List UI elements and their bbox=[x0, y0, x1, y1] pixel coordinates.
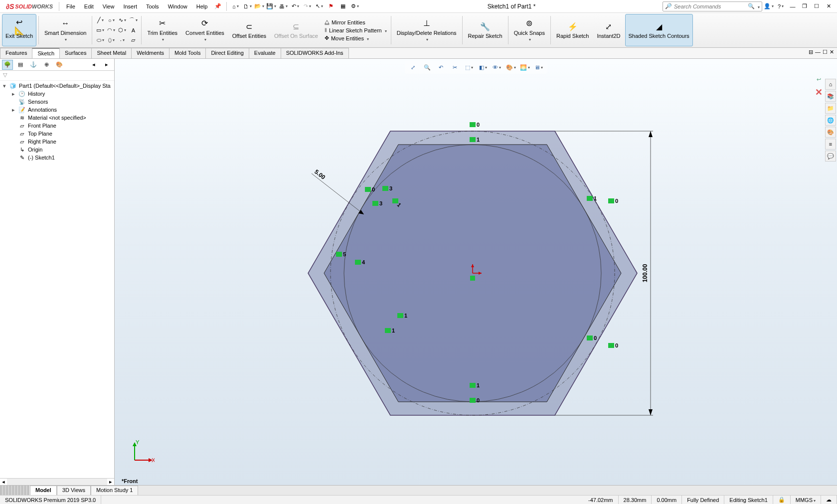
sketch-icon: ✎ bbox=[18, 154, 26, 161]
window-maximize-icon[interactable]: ☐ bbox=[811, 1, 822, 12]
window-restore-icon[interactable]: ❐ bbox=[799, 1, 810, 12]
status-cloud-icon[interactable]: ☁ bbox=[821, 496, 837, 504]
point-tool-icon[interactable]: · bbox=[117, 36, 127, 45]
help-icon[interactable]: ? bbox=[775, 1, 786, 12]
config-tab-icon[interactable]: ⚓ bbox=[28, 60, 39, 70]
svg-text:X: X bbox=[152, 457, 155, 463]
doc-close-icon[interactable]: ✕ bbox=[830, 49, 834, 57]
tree-annotations[interactable]: ▸📝Annotations bbox=[0, 106, 114, 114]
doc-collapse-icon[interactable]: ⊟ bbox=[809, 49, 813, 57]
convert-entities-button[interactable]: ⟳ Convert Entities bbox=[182, 14, 228, 46]
doc-minimize-icon[interactable]: — bbox=[815, 49, 821, 57]
window-minimize-icon[interactable]: — bbox=[787, 1, 798, 12]
tree-sketch1[interactable]: ✎(-) Sketch1 bbox=[0, 154, 114, 162]
feature-manager-panel: 🌳 ▤ ⚓ ⊕ 🎨 ◂ ▸ ▽ ▾🧊 Part1 (Default<<Defau… bbox=[0, 59, 115, 485]
tab-mold-tools[interactable]: Mold Tools bbox=[169, 48, 206, 58]
display-tab-icon[interactable]: 🎨 bbox=[54, 60, 65, 70]
feature-tree-tab-icon[interactable]: 🌳 bbox=[2, 60, 13, 70]
tree-root[interactable]: ▾🧊 Part1 (Default<<Default>_Display Sta bbox=[0, 82, 114, 90]
bottom-tab-motion[interactable]: Motion Study 1 bbox=[91, 486, 138, 495]
menu-window[interactable]: Window bbox=[164, 1, 191, 11]
rectangle-tool-icon[interactable]: ▭ bbox=[95, 26, 105, 35]
quick-snaps-button[interactable]: ⊚ Quick Snaps bbox=[510, 14, 548, 46]
menu-help[interactable]: Help bbox=[192, 1, 212, 11]
tree-sensors[interactable]: 📡Sensors bbox=[0, 98, 114, 106]
redo-icon[interactable]: ↷ bbox=[302, 1, 313, 12]
search-dropdown-icon[interactable] bbox=[757, 3, 760, 9]
slot-tool-icon[interactable]: ⬭ bbox=[95, 36, 105, 45]
status-units[interactable]: MMGS bbox=[791, 496, 821, 504]
menu-view[interactable]: View bbox=[99, 1, 119, 11]
user-icon[interactable]: 👤 bbox=[763, 1, 774, 12]
menu-tools[interactable]: Tools bbox=[142, 1, 163, 11]
tab-sheet-metal[interactable]: Sheet Metal bbox=[91, 48, 132, 58]
panel-left-icon[interactable]: ◂ bbox=[88, 60, 99, 70]
bottom-tab-3dviews[interactable]: 3D Views bbox=[57, 486, 91, 495]
arc-tool-icon[interactable]: ◠ bbox=[106, 26, 116, 35]
plane-tool-icon[interactable]: ▱ bbox=[128, 36, 138, 45]
hscroll-right-icon[interactable]: ▸ bbox=[107, 479, 114, 485]
bottom-tab-model[interactable]: Model bbox=[30, 486, 57, 495]
menu-file[interactable]: File bbox=[62, 1, 79, 11]
tab-sketch[interactable]: Sketch bbox=[32, 48, 60, 58]
ellipse-tool-icon[interactable]: ⬯ bbox=[106, 36, 116, 45]
tree-history[interactable]: ▸🕑History bbox=[0, 90, 114, 98]
spline-tool-icon[interactable]: ∿ bbox=[117, 16, 127, 25]
tree-right-plane[interactable]: ▱Right Plane bbox=[0, 138, 114, 146]
line-tool-icon[interactable]: ╱ bbox=[95, 16, 105, 25]
panel-right-icon[interactable]: ▸ bbox=[101, 60, 112, 70]
trim-entities-button[interactable]: ✂ Trim Entities bbox=[144, 14, 181, 46]
search-input[interactable] bbox=[674, 3, 746, 9]
options-icon[interactable]: ▦ bbox=[337, 1, 348, 12]
open-icon[interactable]: 📂 bbox=[254, 1, 265, 12]
tree-material[interactable]: ≋Material <not specified> bbox=[0, 114, 114, 122]
tree-origin[interactable]: ↳Origin bbox=[0, 146, 114, 154]
window-close-icon[interactable]: ✕ bbox=[823, 1, 834, 12]
tree-front-plane[interactable]: ▱Front Plane bbox=[0, 122, 114, 130]
hscroll-left-icon[interactable]: ◂ bbox=[0, 479, 7, 485]
rebuild-icon[interactable]: ⚑ bbox=[326, 1, 336, 12]
save-icon[interactable]: 💾 bbox=[266, 1, 277, 12]
polygon-tool-icon[interactable]: ⬡ bbox=[117, 26, 127, 35]
fillet-tool-icon[interactable]: ⌒ bbox=[128, 16, 138, 25]
exit-sketch-button[interactable]: ↩📐 Exit Sketch bbox=[2, 14, 36, 46]
menu-insert[interactable]: Insert bbox=[119, 1, 141, 11]
graphics-area[interactable]: ⤢ 🔍 ↶ ✂ ⬚ ◧ 👁 🎨 🌅 🖥 ↩ ✕ ⌂ 📚 📁 🌐 🎨 ≡ 💬 bbox=[115, 59, 837, 485]
move-entities-button[interactable]: ✥Move Entities bbox=[323, 34, 389, 42]
text-tool-icon[interactable]: A bbox=[128, 26, 138, 35]
tab-evaluate[interactable]: Evaluate bbox=[249, 48, 281, 58]
tab-addins[interactable]: SOLIDWORKS Add-Ins bbox=[281, 48, 349, 58]
undo-icon[interactable]: ↶ bbox=[290, 1, 301, 12]
property-tab-icon[interactable]: ▤ bbox=[15, 60, 26, 70]
filter-row[interactable]: ▽ bbox=[0, 71, 114, 81]
linear-pattern-button[interactable]: ⫴Linear Sketch Pattern bbox=[323, 26, 389, 34]
home-icon[interactable]: ⌂ bbox=[230, 1, 241, 12]
menu-edit[interactable]: Edit bbox=[80, 1, 98, 11]
pin-icon[interactable]: 📌 bbox=[212, 1, 223, 12]
doc-maximize-icon[interactable]: ☐ bbox=[823, 49, 828, 57]
circle-tool-icon[interactable]: ○ bbox=[106, 16, 116, 25]
select-icon[interactable]: ↖ bbox=[314, 1, 325, 12]
new-icon[interactable]: 🗋 bbox=[242, 1, 253, 12]
repair-sketch-button[interactable]: 🔧 Repair Sketch bbox=[465, 14, 506, 46]
display-relations-button[interactable]: ⊥ Display/Delete Relations bbox=[393, 14, 460, 46]
tab-features[interactable]: Features bbox=[0, 48, 32, 58]
offset-entities-button[interactable]: ⊂ Offset Entities bbox=[229, 14, 270, 46]
tree-top-plane[interactable]: ▱Top Plane bbox=[0, 130, 114, 138]
tab-surfaces[interactable]: Surfaces bbox=[59, 48, 92, 58]
print-icon[interactable]: 🖶 bbox=[278, 1, 289, 12]
tab-direct-editing[interactable]: Direct Editing bbox=[205, 48, 249, 58]
settings-icon[interactable]: ⚙ bbox=[349, 1, 360, 12]
timeline-handle[interactable] bbox=[0, 486, 30, 495]
shaded-contours-button[interactable]: ◢ Shaded Sketch Contours bbox=[625, 14, 693, 46]
menubar: ∂S SOLIDWORKS File Edit View Insert Tool… bbox=[0, 0, 837, 13]
smart-dimension-button[interactable]: ↔ Smart Dimension bbox=[41, 14, 90, 46]
mirror-entities-button[interactable]: ⧋Mirror Entities bbox=[323, 18, 389, 26]
search-go-icon[interactable]: 🔍 bbox=[748, 3, 755, 9]
search-commands[interactable]: 🔎 🔍 bbox=[663, 1, 762, 11]
dimxpert-tab-icon[interactable]: ⊕ bbox=[41, 60, 52, 70]
instant2d-button[interactable]: ⤢ Instant2D bbox=[593, 14, 624, 46]
rapid-sketch-button[interactable]: ⚡ Rapid Sketch bbox=[553, 14, 592, 46]
tab-weldments[interactable]: Weldments bbox=[131, 48, 169, 58]
status-lock-icon[interactable]: 🔒 bbox=[773, 496, 791, 504]
